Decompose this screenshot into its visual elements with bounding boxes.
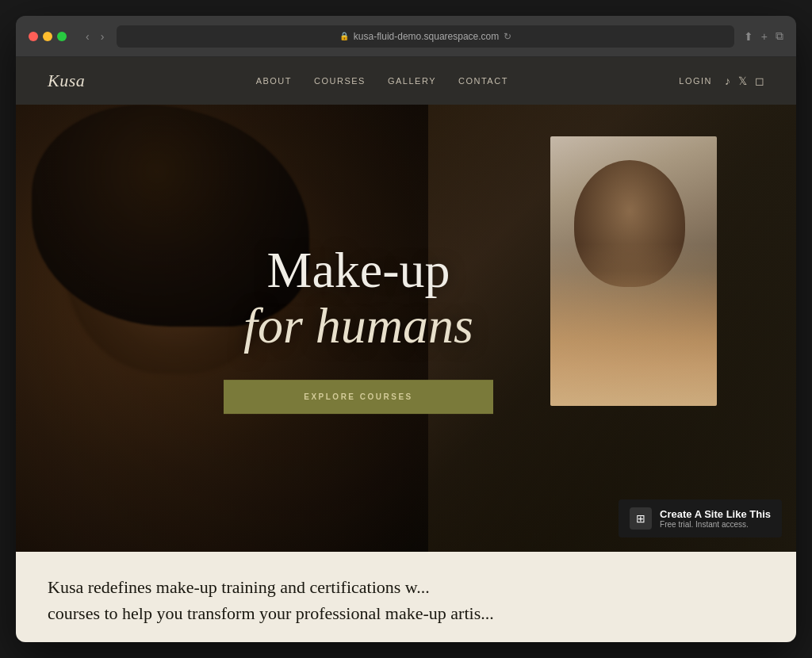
squarespace-text: Create A Site Like This Free trial. Inst… <box>660 508 771 529</box>
explore-courses-button[interactable]: EXPLORE COURSES <box>224 380 493 414</box>
hero-content: Make-up for humans EXPLORE COURSES <box>224 243 493 414</box>
squarespace-sub-text: Free trial. Instant access. <box>660 520 771 529</box>
nav-links: ABOUT COURSES GALLERY CONTACT <box>256 76 508 86</box>
hero-title-line1: Make-up <box>224 243 493 298</box>
bottom-text-line1: Kusa redefines make-up training and cert… <box>48 577 416 597</box>
tiktok-icon[interactable]: ♪ <box>725 75 730 87</box>
refresh-button[interactable]: ↻ <box>504 31 511 42</box>
hero-title-line2: for humans <box>224 299 493 354</box>
url-text: kusa-fluid-demo.squarespace.com <box>354 31 499 42</box>
back-button[interactable]: ‹ <box>82 29 93 44</box>
nav-right: LOGIN ♪ 𝕏 ◻ <box>679 75 764 87</box>
squarespace-logo-icon: ⊞ <box>630 507 652 530</box>
nav-contact[interactable]: CONTACT <box>458 76 508 86</box>
squarespace-banner[interactable]: ⊞ Create A Site Like This Free trial. In… <box>619 499 782 537</box>
new-tab-icon[interactable]: + <box>761 30 768 43</box>
traffic-lights <box>29 32 67 41</box>
lock-icon: 🔒 <box>339 32 349 40</box>
minimize-button[interactable] <box>43 32 52 41</box>
close-button[interactable] <box>29 32 38 41</box>
address-bar[interactable]: 🔒 kusa-fluid-demo.squarespace.com ↻ <box>117 25 733 48</box>
site-logo[interactable]: Kusa <box>48 71 85 91</box>
website-content: Kusa ABOUT COURSES GALLERY CONTACT LOGIN… <box>16 57 796 642</box>
hero-area: Make-up for humans EXPLORE COURSES ⊞ Cre… <box>16 105 796 552</box>
social-icons: ♪ 𝕏 ◻ <box>725 75 764 87</box>
nav-gallery[interactable]: GALLERY <box>388 76 436 86</box>
browser-actions: ⬆ + ⧉ <box>744 29 783 43</box>
bottom-text: Kusa redefines make-up training and cert… <box>48 574 764 626</box>
site-navigation: Kusa ABOUT COURSES GALLERY CONTACT LOGIN… <box>16 57 796 105</box>
share-icon[interactable]: ⬆ <box>744 30 753 43</box>
squarespace-cta-text: Create A Site Like This <box>660 508 771 520</box>
instagram-icon[interactable]: ◻ <box>755 75 764 87</box>
bottom-text-ellipsis: ... <box>416 577 430 597</box>
twitter-icon[interactable]: 𝕏 <box>738 75 747 87</box>
nav-courses[interactable]: COURSES <box>314 76 366 86</box>
browser-chrome: ‹ › 🔒 kusa-fluid-demo.squarespace.com ↻ … <box>16 16 796 57</box>
nav-about[interactable]: ABOUT <box>256 76 292 86</box>
tabs-icon[interactable]: ⧉ <box>776 29 783 43</box>
bottom-text-line2: courses to help you transform your profe… <box>48 603 494 623</box>
login-link[interactable]: LOGIN <box>679 76 712 86</box>
maximize-button[interactable] <box>57 32 67 41</box>
jacket-detail <box>550 271 717 406</box>
hero-section: Make-up for humans EXPLORE COURSES ⊞ Cre… <box>16 105 796 642</box>
forward-button[interactable]: › <box>98 29 108 44</box>
bottom-section: Kusa redefines make-up training and cert… <box>16 552 796 642</box>
hero-second-image <box>550 136 717 406</box>
nav-buttons: ‹ › <box>82 29 107 44</box>
